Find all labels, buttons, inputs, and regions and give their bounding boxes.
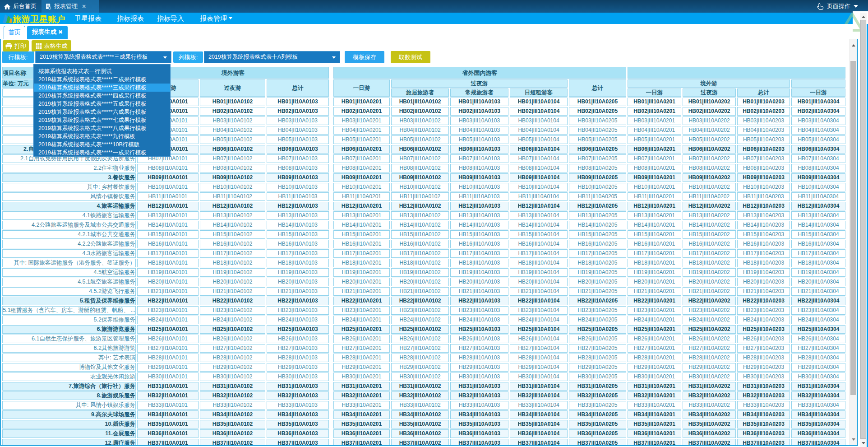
code-cell: HB36|II10A0103: [267, 429, 329, 438]
code-cell: HB01|III10A0104: [510, 98, 568, 106]
code-cell: HB09|III10A0201: [628, 173, 681, 182]
table-scrollbar-thumb[interactable]: [850, 61, 856, 395]
tab-report-generation[interactable]: 报表生成✖: [27, 26, 68, 39]
row-label: 8.旅游娱乐服务: [2, 391, 136, 400]
code-cell: HB32|III10A0103: [450, 391, 508, 400]
page-operations-menu[interactable]: 页面操作: [817, 0, 858, 13]
code-cell: HB11|III10A0103: [450, 192, 508, 201]
code-cell: HB15|III10A0104: [510, 230, 568, 239]
code-cell: HB14|II10A0205: [569, 221, 626, 229]
page-scroll-up-icon[interactable]: [860, 13, 867, 19]
code-cell: HB07|III10A0304: [791, 154, 845, 163]
code-cell: HB37|III10A0304: [791, 439, 845, 445]
code-cell: HB35|II10A0102: [200, 420, 265, 428]
scroll-down-icon[interactable]: [850, 437, 857, 443]
row-label: 4.2.2公路旅客运输服务: [2, 240, 136, 248]
code-cell: HB15|III10A0203: [737, 230, 790, 239]
window-topbar: 后台首页 报表管理 × 页面操作: [0, 0, 868, 13]
code-cell: HB19|II10A0205: [569, 268, 626, 277]
code-cell: HB18|III10A0104: [510, 259, 568, 267]
code-cell: HB31|II10A0201: [333, 382, 390, 391]
fetch-test-button[interactable]: 取数测试: [391, 51, 430, 63]
code-cell: HB04|III10A0104: [510, 126, 568, 135]
code-cell: HB04|III10A0203: [737, 126, 790, 135]
code-cell: HB30|III10A0203: [737, 372, 790, 381]
code-cell: HB02|III10A0102: [391, 107, 449, 116]
code-cell: HB17|III10A0102: [391, 249, 449, 258]
row-label: 其中: 艺术表演: [2, 354, 136, 362]
code-cell: HB28|III10A0104: [510, 354, 568, 362]
tab-home[interactable]: 首页: [4, 26, 25, 39]
code-cell: HB24|III10A0202: [683, 316, 736, 324]
code-cell: HB36|III10A0304: [791, 429, 845, 438]
code-cell: HB15|III10A0102: [391, 230, 449, 239]
code-cell: HB20|III10A0201: [628, 278, 681, 286]
code-cell: HB10|III10A0203: [737, 183, 790, 191]
save-template-button[interactable]: 模板保存: [345, 51, 384, 63]
page-operations-label: 页面操作: [827, 2, 850, 10]
code-cell: HB29|II10A0102: [200, 363, 265, 372]
code-cell: HB27|II10A0102: [200, 344, 265, 353]
tab-close-icon[interactable]: ✖: [58, 29, 63, 35]
print-button[interactable]: 打印: [3, 40, 29, 51]
nav-indicator-reports[interactable]: 指标报表: [117, 13, 144, 24]
page-scroll-down-icon[interactable]: [860, 441, 867, 447]
code-cell: HB12|III10A0104: [510, 202, 568, 210]
row-label: 9.高尔夫球场服务: [2, 410, 136, 419]
code-cell: HB31|III10A0104: [510, 382, 568, 391]
code-cell: HB25|II10A0102: [200, 325, 265, 334]
col-template-select[interactable]: 2019核算系统报表格式表十A列模板: [204, 51, 340, 63]
row-template-dropdown-list[interactable]: 核算系统报表格式表一行测试 2019核算系统报表格式表*****二成果行模板 2…: [33, 64, 171, 157]
topbar-tab-close-icon[interactable]: ×: [82, 3, 86, 10]
code-cell: HB30|III10A0104: [510, 372, 568, 381]
row-label: 6.2其他旅游游览: [2, 344, 136, 353]
code-cell: HB01|II10A0205: [569, 98, 626, 106]
code-cell: HB29|II10A0201: [333, 363, 390, 372]
row-label: 12.康疗服务: [2, 439, 136, 445]
code-cell: HB27|II10A0201: [333, 344, 390, 353]
code-cell: HB36|III10A0102: [391, 429, 449, 438]
code-cell: HB26|III10A0203: [737, 335, 790, 343]
code-cell: HB13|II10A0103: [267, 211, 329, 220]
code-cell: HB20|III10A0103: [450, 278, 508, 286]
page-scrollbar[interactable]: [860, 13, 867, 447]
code-cell: HB17|II10A0101: [137, 249, 199, 258]
code-cell: HB29|III10A0104: [510, 363, 568, 372]
code-cell: HB04|III10A0103: [450, 126, 508, 135]
code-cell: HB11|II10A0201: [333, 192, 390, 201]
code-cell: HB12|III10A0103: [450, 202, 508, 210]
code-cell: HB25|III10A0203: [737, 325, 790, 334]
code-cell: HB37|II10A0103: [267, 439, 329, 445]
topbar-tab-backend-home[interactable]: 后台首页: [0, 0, 42, 13]
table-scrollbar[interactable]: [850, 39, 857, 445]
code-cell: HB13|III10A0203: [737, 211, 790, 220]
row-template-options[interactable]: 核算系统报表格式表一行测试 2019核算系统报表格式表*****二成果行模板 2…: [34, 67, 170, 157]
nav-report-mgmt[interactable]: 报表管理: [200, 13, 232, 24]
code-cell: HB24|III10A0304: [791, 316, 845, 324]
code-cell: HB26|II10A0103: [267, 335, 329, 343]
code-cell: HB05|III10A0202: [683, 135, 736, 144]
row-template-select[interactable]: 2019核算系统报表格式表*****三成果行模板: [35, 51, 171, 63]
code-cell: HB09|III10A0203: [737, 173, 790, 182]
code-cell: HB04|III10A0201: [628, 126, 681, 135]
code-cell: HB14|III10A0104: [510, 221, 568, 229]
code-cell: HB08|II10A0201: [333, 164, 390, 172]
nav-satellite-reports[interactable]: 卫星报表: [74, 13, 102, 24]
code-cell: HB08|III10A0102: [391, 164, 449, 172]
code-cell: HB16|III10A0102: [391, 240, 449, 248]
code-cell: HB10|II10A0103: [267, 183, 329, 191]
scroll-up-icon[interactable]: [850, 41, 857, 47]
code-cell: HB27|III10A0104: [510, 344, 568, 353]
code-cell: HB16|III10A0103: [450, 240, 508, 248]
nav-indicator-import[interactable]: 指标导入: [157, 13, 184, 24]
code-cell: HB10|III10A0102: [391, 183, 449, 191]
page-scrollbar-thumb[interactable]: [860, 20, 866, 439]
generate-table-button[interactable]: 表格生成: [32, 40, 71, 51]
code-cell: HB35|II10A0103: [267, 420, 329, 428]
col-header: 过夜游: [683, 88, 736, 97]
topbar-tab-report-mgmt[interactable]: 报表管理 ×: [42, 0, 99, 13]
code-cell: HB11|II10A0102: [200, 192, 265, 201]
code-cell: HB28|II10A0102: [200, 354, 265, 362]
code-cell: HB17|III10A0202: [683, 249, 736, 258]
code-cell: HB37|II10A0102: [200, 439, 265, 445]
